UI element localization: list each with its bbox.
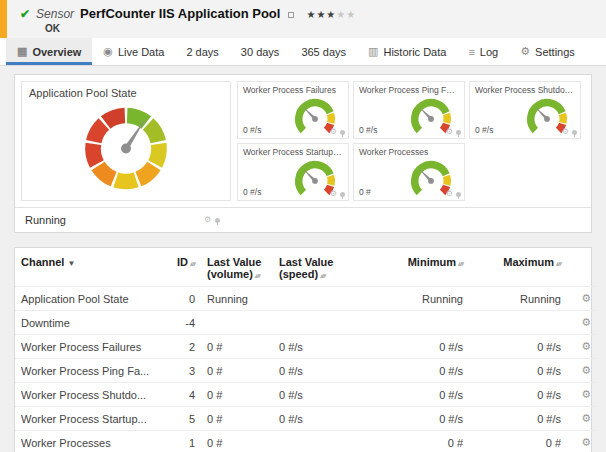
sort-icon: ▴▾ <box>320 272 325 279</box>
gauge-box-worker-process-ping-failures[interactable]: Worker Process Ping Failures 0 #/s ⚙ <box>353 81 465 139</box>
last-volume-cell: 0 # <box>201 431 273 452</box>
channels-table: Channel▼ ID▴▾ Last Value (volume)▴▾ Last… <box>15 248 597 452</box>
overview-icon: ▦ <box>17 45 27 58</box>
gauge-box-worker-processes[interactable]: Worker Processes 0 # ⚙ <box>353 143 465 201</box>
tab-bar: ▦Overview ◉Live Data 2 days 30 days 365 … <box>0 38 606 66</box>
minimum-cell: Running <box>365 287 469 311</box>
tab-live-data[interactable]: ◉Live Data <box>92 38 175 65</box>
last-speed-cell <box>273 287 365 311</box>
last-speed-cell <box>273 311 365 335</box>
star-icon[interactable]: ★ <box>326 9 336 20</box>
col-header-minimum[interactable]: Minimum▴▾ <box>365 248 469 287</box>
priority-stars[interactable]: ★★★★★ <box>306 9 356 20</box>
gauge-settings-icon[interactable]: ⚙ <box>330 190 337 198</box>
sensor-info-icon[interactable] <box>288 12 294 18</box>
main-gauge-title: Application Pool State <box>22 82 230 99</box>
tab-2-days[interactable]: 2 days <box>175 38 229 65</box>
settings-gear-icon: ⚙ <box>520 45 530 58</box>
channel-settings-icon[interactable]: ⚙ <box>567 287 597 311</box>
minimum-cell: 0 #/s <box>365 383 469 407</box>
gauge-settings-icon[interactable]: ⚙ <box>562 128 569 136</box>
ok-check-icon: ✔ <box>20 7 30 21</box>
col-header-channel[interactable]: Channel▼ <box>15 248 163 287</box>
gauge-box-worker-process-shutdown-failures[interactable]: Worker Process Shutdown F... 0 #/s ⚙ <box>469 81 581 139</box>
col-header-last-value-speed[interactable]: Last Value (speed)▴▾ <box>273 248 365 287</box>
star-icon[interactable]: ★ <box>316 9 326 20</box>
last-speed-cell <box>273 431 365 452</box>
gauge-settings-icon[interactable]: ⚙ <box>204 216 211 224</box>
last-speed-cell: 0 #/s <box>273 407 365 431</box>
page-title: PerfCounter IIS Application Pool <box>80 6 280 21</box>
star-icon[interactable]: ★ <box>306 9 316 20</box>
sort-icon: ▴▾ <box>458 260 463 267</box>
channel-settings-icon[interactable]: ⚙ <box>567 335 597 359</box>
last-volume-cell: 0 # <box>201 407 273 431</box>
col-header-maximum[interactable]: Maximum▴▾ <box>469 248 567 287</box>
channel-cell: Worker Processes <box>15 431 163 452</box>
star-icon[interactable]: ★ <box>346 9 356 20</box>
channel-cell: Worker Process Failures <box>15 335 163 359</box>
gauge-settings-icon[interactable]: ⚙ <box>446 128 453 136</box>
maximum-cell <box>469 311 567 335</box>
tab-overview[interactable]: ▦Overview <box>6 38 92 65</box>
minimum-cell <box>365 311 469 335</box>
last-volume-cell <box>201 311 273 335</box>
channel-cell: Worker Process Ping Fa... <box>15 359 163 383</box>
minimum-cell: 0 #/s <box>365 335 469 359</box>
channel-settings-icon[interactable]: ⚙ <box>567 311 597 335</box>
pin-icon[interactable] <box>215 218 220 223</box>
minimum-cell: 0 #/s <box>365 407 469 431</box>
maximum-cell: 0 #/s <box>469 359 567 383</box>
sort-icon: ▴▾ <box>255 272 260 279</box>
gauge-value: 0 #/s <box>243 125 261 135</box>
minimum-cell: 0 #/s <box>365 359 469 383</box>
maximum-cell: Running <box>469 287 567 311</box>
sort-desc-icon: ▼ <box>67 259 75 268</box>
col-header-id[interactable]: ID▴▾ <box>163 248 201 287</box>
sort-icon: ▴▾ <box>190 260 195 267</box>
pin-icon[interactable] <box>456 192 461 197</box>
id-cell: 1 <box>163 431 201 452</box>
maximum-cell: 0 #/s <box>469 407 567 431</box>
log-icon: ≡ <box>468 46 474 58</box>
tab-settings[interactable]: ⚙Settings <box>509 38 586 65</box>
tab-historic-data[interactable]: ▥Historic Data <box>357 38 457 65</box>
channel-settings-icon[interactable]: ⚙ <box>567 407 597 431</box>
pin-icon[interactable] <box>456 130 461 135</box>
last-volume-cell: 0 # <box>201 383 273 407</box>
channel-settings-icon[interactable]: ⚙ <box>567 383 597 407</box>
gauge-settings-icon[interactable]: ⚙ <box>446 190 453 198</box>
id-cell: 4 <box>163 383 201 407</box>
channel-cell: Application Pool State <box>15 287 163 311</box>
table-row: Downtime -4 ⚙ <box>15 311 597 335</box>
pin-icon[interactable] <box>572 130 577 135</box>
application-pool-state-gauge <box>77 99 176 198</box>
gauge-box-worker-process-startup-failures[interactable]: Worker Process Startup Failu... 0 #/s ⚙ <box>237 143 349 201</box>
channel-cell: Worker Process Startup... <box>15 407 163 431</box>
tab-365-days[interactable]: 365 days <box>290 38 357 65</box>
table-row: Worker Process Ping Fa... 3 0 # 0 #/s 0 … <box>15 359 597 383</box>
id-cell: 3 <box>163 359 201 383</box>
channels-table-panel: Channel▼ ID▴▾ Last Value (volume)▴▾ Last… <box>14 247 592 452</box>
gauge-status-footer: Running ⚙ <box>15 207 591 232</box>
last-volume-cell: Running <box>201 287 273 311</box>
star-icon[interactable]: ★ <box>336 9 346 20</box>
last-volume-cell: 0 # <box>201 359 273 383</box>
tab-30-days[interactable]: 30 days <box>230 38 291 65</box>
id-cell: -4 <box>163 311 201 335</box>
id-cell: 0 <box>163 287 201 311</box>
pin-icon[interactable] <box>340 192 345 197</box>
channel-settings-icon[interactable]: ⚙ <box>567 431 597 452</box>
col-header-last-value-volume[interactable]: Last Value (volume)▴▾ <box>201 248 273 287</box>
application-pool-state-box[interactable]: Application Pool State <box>21 81 231 201</box>
tab-log[interactable]: ≡Log <box>457 38 509 65</box>
gauge-value: 0 #/s <box>243 187 261 197</box>
id-cell: 5 <box>163 407 201 431</box>
gauge-settings-icon[interactable]: ⚙ <box>330 128 337 136</box>
sort-icon: ▴▾ <box>556 260 561 267</box>
gauge-box-worker-process-failures[interactable]: Worker Process Failures 0 #/s ⚙ <box>237 81 349 139</box>
channel-settings-icon[interactable]: ⚙ <box>567 359 597 383</box>
pin-icon[interactable] <box>340 130 345 135</box>
table-row: Worker Process Failures 2 0 # 0 #/s 0 #/… <box>15 335 597 359</box>
id-cell: 2 <box>163 335 201 359</box>
